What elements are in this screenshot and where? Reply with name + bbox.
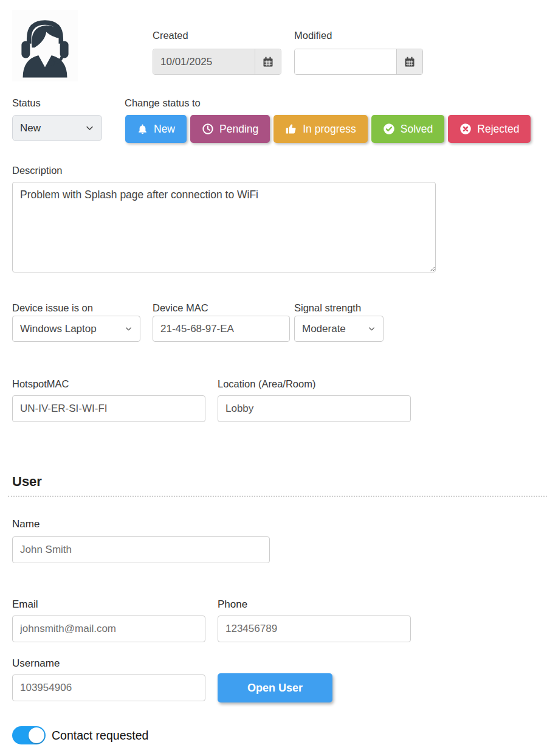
description-label: Description — [12, 165, 63, 176]
chevron-down-icon — [125, 325, 132, 333]
modified-date-value[interactable] — [295, 49, 396, 74]
hotspot-mac-label: HotspotMAC — [12, 378, 69, 390]
created-date-value: 10/01/2025 — [153, 49, 255, 74]
username-input[interactable] — [12, 675, 205, 701]
status-select[interactable]: New — [12, 115, 102, 141]
status-label: Status — [12, 97, 41, 109]
status-select-value: New — [20, 122, 41, 134]
email-label: Email — [12, 598, 38, 611]
status-button-label: Solved — [401, 123, 433, 136]
chevron-down-icon — [368, 325, 376, 333]
status-in-progress-button[interactable]: In progress — [274, 115, 368, 143]
created-date-group: 10/01/2025 — [153, 49, 281, 75]
device-mac-input[interactable] — [153, 316, 290, 342]
status-new-button[interactable]: New — [125, 115, 187, 143]
status-button-row: New Pending In progress — [125, 115, 531, 143]
support-agent-avatar — [12, 10, 78, 81]
status-button-label: New — [154, 123, 175, 136]
phone-label: Phone — [218, 598, 247, 611]
email-input[interactable] — [12, 616, 205, 642]
description-textarea[interactable]: Problem with Splash page after connectio… — [12, 182, 436, 272]
location-label: Location (Area/Room) — [218, 378, 315, 390]
open-user-button[interactable]: Open User — [218, 673, 332, 702]
ticket-form-page: Created 10/01/2025 — [0, 0, 547, 756]
status-rejected-button[interactable]: Rejected — [448, 115, 531, 143]
user-section-divider — [8, 496, 547, 497]
status-pending-button[interactable]: Pending — [190, 115, 270, 143]
device-issue-on-value: Windows Laptop — [20, 323, 97, 335]
signal-strength-value: Moderate — [302, 323, 346, 335]
status-button-label: Pending — [219, 123, 258, 136]
username-label: Username — [12, 657, 60, 670]
status-button-label: Rejected — [477, 123, 519, 136]
modified-calendar-button[interactable] — [396, 49, 422, 74]
thumbs-up-icon — [285, 123, 297, 135]
name-label: Name — [12, 518, 40, 530]
toggle-knob — [29, 727, 44, 743]
calendar-icon — [404, 56, 416, 68]
device-issue-on-select[interactable]: Windows Laptop — [12, 316, 140, 342]
headset-agent-icon — [12, 10, 78, 81]
status-solved-button[interactable]: Solved — [371, 115, 445, 143]
created-label: Created — [153, 30, 188, 41]
location-input[interactable] — [218, 395, 411, 422]
bell-icon — [137, 123, 148, 135]
contact-requested-label: Contact requested — [52, 729, 148, 743]
signal-strength-select[interactable]: Moderate — [294, 316, 384, 342]
phone-input[interactable] — [218, 616, 411, 642]
device-issue-on-label: Device issue is on — [12, 302, 93, 314]
status-button-label: In progress — [303, 123, 356, 136]
clock-icon — [202, 123, 214, 135]
calendar-icon — [262, 56, 274, 68]
check-circle-icon — [383, 123, 395, 135]
modified-label: Modified — [294, 30, 332, 41]
chevron-down-icon — [85, 123, 94, 133]
hotspot-mac-input[interactable] — [12, 395, 205, 422]
signal-strength-label: Signal strength — [294, 302, 361, 314]
contact-requested-toggle[interactable] — [12, 726, 46, 744]
user-section-heading: User — [12, 474, 42, 490]
modified-date-group — [294, 49, 423, 75]
name-input[interactable] — [12, 536, 270, 563]
change-status-label: Change status to — [125, 97, 201, 109]
created-calendar-button[interactable] — [255, 49, 281, 74]
device-mac-label: Device MAC — [153, 302, 208, 314]
x-circle-icon — [459, 123, 472, 135]
